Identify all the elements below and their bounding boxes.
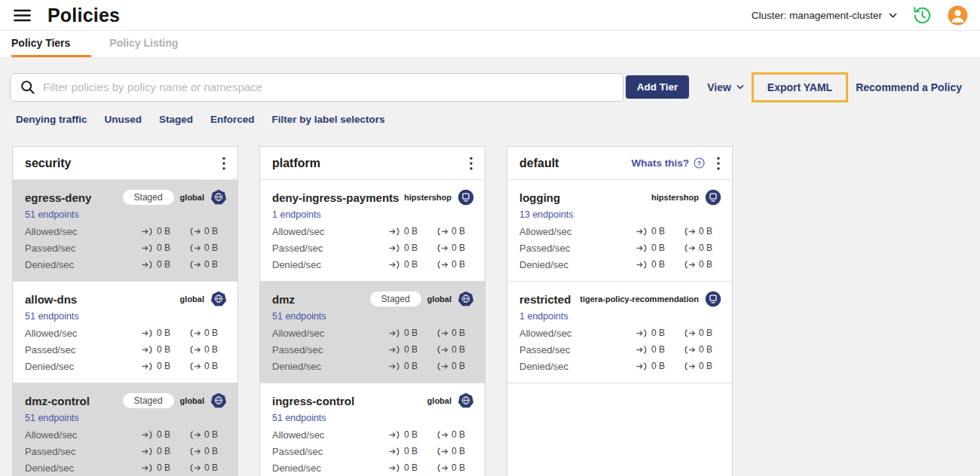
policy-card-list: logging hipstershop 13 endpoints Allowed… [507,180,732,383]
endpoints-link[interactable]: 51 endpoints [25,311,79,322]
staged-badge: Staged [123,190,174,205]
policy-card-deny-ingress-paymentservi[interactable]: deny-ingress-paymentservi... hipstershop… [260,180,485,282]
history-icon[interactable] [912,5,933,26]
quick-filter-enforced[interactable]: Enforced [210,114,255,129]
policy-card-restricted[interactable]: restricted tigera-policy-recommendation … [507,282,732,383]
endpoints-link[interactable]: 51 endpoints [272,311,326,322]
export-yaml-highlight-box: Export YAML [752,72,848,102]
metric-label: Passed/sec [272,446,389,457]
hamburger-menu-icon[interactable] [12,8,32,23]
view-dropdown[interactable]: View [707,81,744,93]
egress-value: 0 B [452,462,465,473]
metric-label: Denied/sec [272,259,389,270]
tier-name: platform [272,157,320,170]
egress-traffic-icon [436,227,448,236]
endpoints-link[interactable]: 1 endpoints [272,209,321,220]
policy-card-egress-deny[interactable]: egress-deny Staged global 51 endpoints A… [13,180,237,282]
endpoints-link[interactable]: 13 endpoints [519,209,574,220]
quick-filter-denying-traffic[interactable]: Denying traffic [16,114,87,129]
export-yaml-button[interactable]: Export YAML [767,81,832,93]
tier-menu-button[interactable] [465,155,477,172]
metric-label: Allowed/sec [272,429,389,441]
metric-label: Denied/sec [519,361,636,372]
egress-traffic-icon [684,346,695,354]
quick-filter-filter-by-label-selectors[interactable]: Filter by label selectors [272,114,385,129]
metric-label: Denied/sec [25,462,142,474]
ingress-value: 0 B [157,361,170,371]
metric-row-denied-sec: Denied/sec 0 B 0 B [25,459,227,476]
ingress-value: 0 B [651,361,665,371]
ingress-traffic-icon [389,464,400,472]
policy-filter-input[interactable] [43,81,614,93]
egress-traffic-icon [189,447,201,456]
endpoints-link[interactable]: 51 endpoints [272,413,326,423]
quick-filter-staged[interactable]: Staged [159,114,193,129]
egress-traffic-icon [189,261,201,269]
ingress-traffic-icon [389,362,400,371]
tier-column-platform: platform deny-ingress-paymentservi... hi… [259,146,485,476]
tier-header: security [13,147,237,180]
ingress-traffic-icon [636,261,648,269]
egress-traffic-icon [436,431,448,439]
add-tier-button[interactable]: Add Tier [626,75,690,99]
tab-policy-listing[interactable]: Policy Listing [108,31,179,57]
whats-this-link[interactable]: Whats this? ? [632,157,706,169]
tier-name: security [25,157,71,170]
metric-row-passed-sec: Passed/sec 0 B 0 B [272,443,474,459]
endpoints-link[interactable]: 51 endpoints [25,209,79,220]
metric-row-allowed-sec: Allowed/sec 0 B 0 B [272,223,474,240]
ingress-traffic-icon [389,329,400,337]
ingress-traffic-icon [142,431,153,439]
search-box[interactable] [10,73,623,102]
tier-menu-button[interactable] [218,155,230,172]
policy-name: logging [519,191,560,204]
ingress-value: 0 B [157,462,170,473]
egress-traffic-icon [189,244,201,252]
quick-filter-unused[interactable]: Unused [105,114,142,129]
egress-traffic-icon [436,447,448,456]
policy-card-logging[interactable]: logging hipstershop 13 endpoints Allowed… [507,180,732,282]
policy-scope-label: global [180,193,204,202]
namespace-scope-icon [705,291,721,307]
recommend-policy-button[interactable]: Recommend a Policy [856,81,962,93]
egress-traffic-icon [684,227,695,236]
ingress-value: 0 B [404,226,418,236]
egress-value: 0 B [699,243,712,253]
metric-row-denied-sec: Denied/sec 0 B 0 B [272,256,474,273]
ingress-traffic-icon [142,244,153,252]
policy-name: deny-ingress-paymentservi... [272,191,400,204]
endpoints-link[interactable]: 51 endpoints [25,413,79,423]
egress-value: 0 B [204,328,218,338]
ingress-traffic-icon [142,362,153,371]
policy-card-dmz[interactable]: dmz Staged global 51 endpoints Allowed/s… [260,282,485,383]
policy-scope-label: tigera-policy-recommendation [580,294,699,304]
ingress-value: 0 B [404,429,418,440]
egress-traffic-icon [189,346,201,354]
metric-row-allowed-sec: Allowed/sec 0 B 0 B [25,426,227,443]
egress-value: 0 B [452,226,465,236]
global-scope-icon [210,392,227,409]
policy-card-dmz-control[interactable]: dmz-control Staged global 51 endpoints A… [13,383,237,476]
ingress-traffic-icon [636,244,648,252]
ingress-traffic-icon [636,227,648,236]
ingress-value: 0 B [157,429,170,440]
endpoints-link[interactable]: 1 endpoints [519,311,568,322]
metric-label: Allowed/sec [519,328,636,339]
ingress-traffic-icon [142,346,153,354]
policy-card-allow-dns[interactable]: allow-dns global 51 endpoints Allowed/se… [13,282,237,383]
ingress-value: 0 B [404,462,418,473]
cluster-selector[interactable]: Cluster: management-cluster [752,10,897,21]
tab-policy-tiers[interactable]: Policy Tiers [11,31,91,57]
egress-value: 0 B [452,259,465,270]
tier-menu-button[interactable] [712,155,724,172]
metric-label: Allowed/sec [25,226,142,237]
namespace-scope-icon [705,189,721,206]
metric-row-denied-sec: Denied/sec 0 B 0 B [25,358,227,374]
policy-card-ingress-control[interactable]: ingress-control global 51 endpoints Allo… [260,383,485,476]
metric-row-denied-sec: Denied/sec 0 B 0 B [25,256,227,273]
egress-value: 0 B [699,344,712,355]
user-avatar-icon[interactable] [948,5,968,26]
ingress-traffic-icon [142,329,153,337]
ingress-value: 0 B [157,259,170,270]
top-bar: Policies Cluster: management-cluster [0,0,980,30]
